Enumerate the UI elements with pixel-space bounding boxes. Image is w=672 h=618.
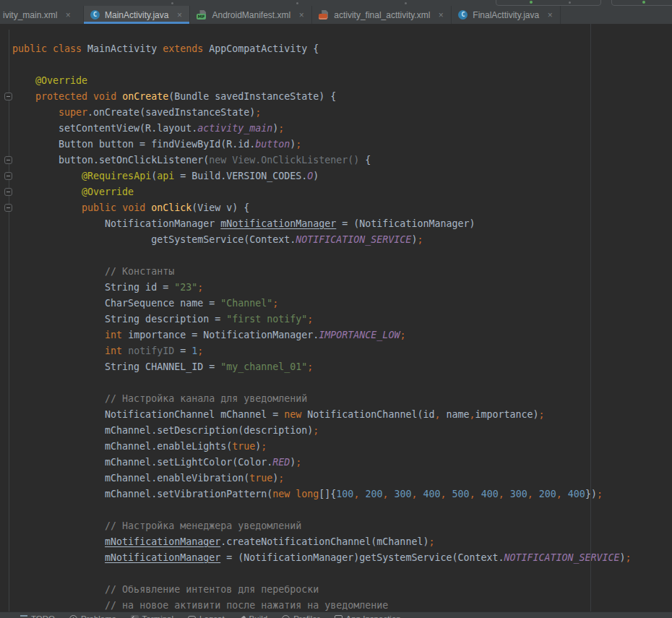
code-line-24[interactable]: NotificationChannel mChannel = new Notif… <box>12 407 632 423</box>
code-line-6[interactable]: setContentView(R.layout.activity_main); <box>12 121 632 137</box>
code-line-17[interactable]: CharSequence name = "Channel"; <box>12 296 632 312</box>
code-line-32[interactable]: mNotificationManager.createNotificationC… <box>12 534 632 550</box>
code-line-13[interactable]: getSystemService(Context.NOTIFICATION_SE… <box>12 232 632 248</box>
code-line-20[interactable]: int notifyID = 1; <box>12 343 632 359</box>
tab-close-icon[interactable]: × <box>437 11 444 20</box>
code-line-4[interactable]: protected void onCreate(Bundle savedInst… <box>12 89 632 105</box>
run-configuration-button[interactable] <box>496 0 601 6</box>
toolbar-icon-sliver <box>171 2 173 4</box>
code-token: api <box>157 171 174 181</box>
code-fold-marker[interactable] <box>4 172 12 180</box>
code-line-19[interactable]: int importance = NotificationManager.IMP… <box>12 327 632 343</box>
code-token: importance = NotificationManager. <box>122 330 319 340</box>
code-line-12[interactable]: NotificationManager mNotificationManager… <box>12 216 632 232</box>
toolwindow-button-build[interactable]: Build <box>239 614 268 618</box>
tab-close-icon[interactable]: × <box>298 11 305 20</box>
code-token: = Build.VERSION_CODES. <box>174 171 307 181</box>
android-studio-window: ivity_main.xml×CMainActivity.java×MFAndr… <box>0 0 672 618</box>
device-selector-button[interactable] <box>611 0 672 6</box>
toolwindow-label: Problems <box>81 614 116 618</box>
code-fold-marker[interactable] <box>4 93 12 100</box>
code-token: { <box>359 155 371 166</box>
code-line-2[interactable] <box>12 57 632 73</box>
code-line-31[interactable]: // Настройка менеджера уведомлений <box>12 518 632 534</box>
code-area[interactable]: public class MainActivity extends AppCom… <box>12 41 632 611</box>
code-token: new View.OnClickListener() <box>209 155 359 166</box>
code-token: ; <box>539 409 545 420</box>
code-token: Button button = findViewById(R.id. <box>12 139 255 150</box>
code-token: ; <box>272 298 278 309</box>
code-token: ; <box>400 330 405 340</box>
code-token <box>475 489 481 499</box>
tab-close-icon[interactable]: × <box>546 11 553 20</box>
code-line-23[interactable]: // Настройка канала для уведомлений <box>12 391 632 407</box>
code-line-25[interactable]: mChannel.setDescription(description); <box>12 423 632 439</box>
code-line-36[interactable]: // на новое активити после нажатия на ув… <box>12 598 632 611</box>
toolbar-icon-sliver <box>569 1 571 4</box>
code-token: .onCreate(savedInstanceState) <box>87 107 255 118</box>
tab-close-icon[interactable]: × <box>64 11 72 20</box>
code-token: true <box>232 441 255 452</box>
code-token: 100 <box>336 489 353 499</box>
code-line-35[interactable]: // Обьявление интентов для переброски <box>12 582 632 598</box>
code-line-33[interactable]: mNotificationManager = (NotificationMana… <box>12 550 632 566</box>
code-token: 500 <box>452 489 470 499</box>
editor-tab-activity_final_acttivity.xml[interactable]: activity_final_acttivity.xml× <box>312 6 452 24</box>
code-line-26[interactable]: mChannel.enableLights(true); <box>12 439 632 455</box>
code-line-9[interactable]: @RequiresApi(api = Build.VERSION_CODES.O… <box>12 168 632 184</box>
code-token <box>12 520 105 531</box>
code-token: RED <box>272 457 290 468</box>
code-token: "first notify" <box>226 314 307 325</box>
code-token: , <box>527 489 533 499</box>
code-token <box>504 489 510 499</box>
code-token: "Channel" <box>220 298 272 309</box>
toolwindow-button-todo[interactable]: TODO <box>20 614 55 618</box>
terminal-icon <box>131 615 139 618</box>
toolwindow-button-logcat[interactable]: Logcat <box>188 614 225 618</box>
code-editor[interactable]: public class MainActivity extends AppCom… <box>0 24 672 611</box>
code-token: IMPORTANCE_LOW <box>319 330 400 340</box>
code-line-18[interactable]: String description = "first notify"; <box>12 312 632 327</box>
code-token: new <box>272 489 290 499</box>
code-token: ; <box>197 346 203 356</box>
toolwindow-button-problems[interactable]: Problems <box>69 614 116 618</box>
fold-gutter <box>0 24 12 611</box>
code-line-8[interactable]: button.setOnClickListener(new View.OnCli… <box>12 153 632 168</box>
code-token: ( <box>151 171 157 181</box>
code-line-22[interactable] <box>12 375 632 391</box>
editor-tab-AndroidManifest.xml[interactable]: MFAndroidManifest.xml× <box>190 6 312 24</box>
code-fold-marker[interactable] <box>4 204 12 212</box>
toolwindow-button-app-inspection[interactable]: App Inspection <box>335 614 401 618</box>
code-token: notifyID <box>128 346 174 356</box>
code-line-3[interactable]: @Override <box>12 73 632 89</box>
manifest-file-icon: MF <box>197 10 207 20</box>
code-token: , <box>499 489 504 499</box>
code-line-15[interactable]: // Константы <box>12 264 632 280</box>
code-token: MainActivity <box>82 43 163 54</box>
code-line-28[interactable]: mChannel.enableVibration(true); <box>12 471 632 486</box>
code-fold-marker[interactable] <box>4 188 12 196</box>
code-line-14[interactable] <box>12 248 632 264</box>
tab-label: ivity_main.xml <box>3 10 57 20</box>
editor-tab-MainActivity.java[interactable]: CMainActivity.java× <box>84 6 190 24</box>
code-line-30[interactable] <box>12 502 632 518</box>
code-line-16[interactable]: String id = "23"; <box>12 280 632 296</box>
code-line-29[interactable]: mChannel.setVibrationPattern(new long[]{… <box>12 486 632 502</box>
editor-tab-FinalActtivity.java[interactable]: CFinalActtivity.java× <box>452 6 561 24</box>
editor-tab-ivity_main.xml[interactable]: ivity_main.xml× <box>0 6 84 24</box>
code-line-27[interactable]: mChannel.setLightColor(Color.RED); <box>12 455 632 471</box>
code-line-1[interactable]: public class MainActivity extends AppCom… <box>12 41 632 57</box>
code-line-5[interactable]: super.onCreate(savedInstanceState); <box>12 105 632 121</box>
layout-badge <box>319 14 327 20</box>
code-token: @RequiresApi <box>82 171 151 181</box>
tab-close-icon[interactable]: × <box>176 11 183 20</box>
code-line-34[interactable] <box>12 566 632 582</box>
code-line-10[interactable]: @Override <box>12 184 632 200</box>
code-token: // Настройка менеджера уведомлений <box>105 520 301 531</box>
code-line-11[interactable]: public void onClick(View v) { <box>12 200 632 216</box>
code-line-21[interactable]: String CHANNEL_ID = "my_channel_01"; <box>12 359 632 375</box>
toolwindow-button-profiler[interactable]: Profiler <box>282 614 319 618</box>
toolwindow-button-terminal[interactable]: Terminal <box>131 614 173 618</box>
code-line-7[interactable]: Button button = findViewById(R.id.button… <box>12 137 632 153</box>
code-fold-marker[interactable] <box>4 156 12 164</box>
